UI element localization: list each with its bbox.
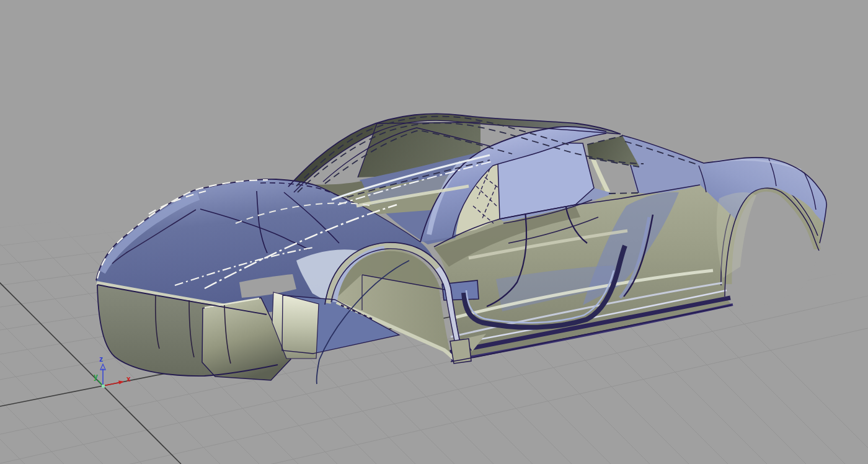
svg-text:z: z — [99, 355, 103, 364]
svg-text:y: y — [94, 372, 98, 381]
svg-text:x: x — [126, 375, 131, 383]
